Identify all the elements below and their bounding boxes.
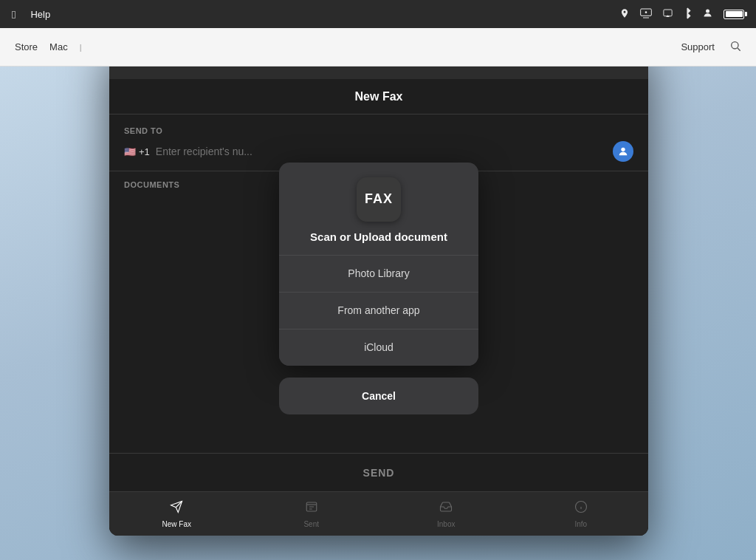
nav-separator: |	[80, 43, 82, 52]
location-icon[interactable]	[619, 8, 630, 21]
action-sheet-title: Scan or Upload document	[310, 231, 447, 243]
option-icloud[interactable]: iCloud	[279, 329, 478, 366]
svg-point-1	[645, 11, 647, 13]
svg-line-5	[738, 48, 740, 51]
action-sheet-cancel-button[interactable]: Cancel	[279, 378, 478, 414]
apple-menu[interactable]: 	[12, 8, 16, 21]
browser-bar: Store Mac | Support	[0, 28, 756, 66]
nav-mac[interactable]: Mac	[49, 41, 68, 52]
browser-nav: Store Mac |	[15, 41, 82, 52]
support-link[interactable]: Support	[681, 41, 715, 52]
cancel-label: Cancel	[362, 390, 396, 402]
display-icon[interactable]	[640, 8, 652, 21]
svg-point-4	[732, 41, 738, 48]
browser-right: Support	[681, 40, 741, 55]
airplay-icon[interactable]	[662, 8, 673, 21]
photo-library-label: Photo Library	[348, 267, 409, 279]
app-window: Fax New Fax SEND TO 🇺🇸 +1 DOCUMENTS	[109, 41, 648, 536]
action-sheet: FAX Scan or Upload document Photo Librar…	[279, 163, 478, 366]
nav-store[interactable]: Store	[15, 41, 38, 52]
battery-indicator	[724, 10, 744, 19]
menu-bar-left:  Help	[12, 8, 50, 21]
option-from-another-app[interactable]: From another app	[279, 292, 478, 329]
bluetooth-icon[interactable]	[684, 7, 692, 21]
user-icon[interactable]	[702, 7, 713, 21]
icloud-label: iCloud	[364, 341, 394, 353]
search-icon[interactable]	[729, 40, 741, 55]
action-sheet-options: Photo Library From another app iCloud	[279, 255, 478, 366]
action-sheet-overlay: FAX Scan or Upload document Photo Librar…	[109, 41, 648, 536]
menu-help[interactable]: Help	[30, 9, 50, 20]
menu-bar-right	[619, 7, 744, 21]
fax-app-icon: FAX	[357, 177, 401, 222]
svg-point-3	[706, 10, 709, 13]
fax-app-icon-text: FAX	[365, 191, 393, 207]
option-photo-library[interactable]: Photo Library	[279, 255, 478, 292]
action-sheet-header: FAX Scan or Upload document	[279, 163, 478, 255]
action-sheet-wrapper: FAX Scan or Upload document Photo Librar…	[279, 163, 478, 414]
menu-bar:  Help	[0, 0, 756, 28]
from-another-app-label: From another app	[337, 304, 419, 316]
